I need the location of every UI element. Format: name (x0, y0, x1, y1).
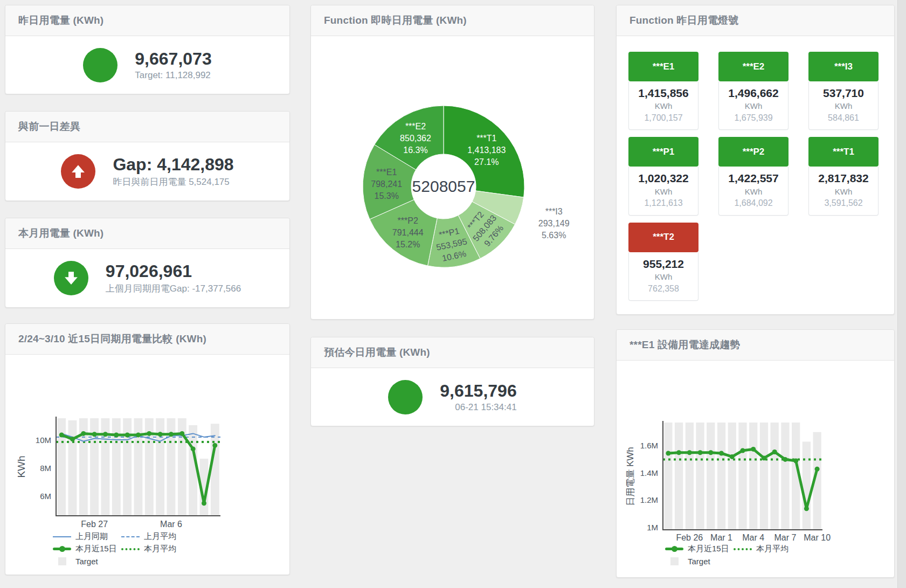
series-marker[interactable] (158, 432, 163, 437)
light-tile-E1[interactable]: ***E11,415,856KWh1,700,157 (628, 52, 698, 130)
legend-item-上月平均[interactable]: 上月平均 (121, 531, 176, 542)
tile-unit: KWh (630, 186, 697, 198)
target-bar[interactable] (749, 423, 757, 530)
series-marker[interactable] (125, 433, 130, 438)
series-marker[interactable] (698, 450, 703, 455)
series-marker[interactable] (741, 448, 745, 453)
scrollbar-track[interactable] (897, 0, 906, 588)
compare15-legend: 上月同期上月平均本月近15日本月平均Target (53, 530, 176, 568)
svg-text:15.3%: 15.3% (375, 191, 399, 200)
svg-text:798,241: 798,241 (371, 179, 402, 189)
series-marker[interactable] (687, 450, 692, 455)
series-marker[interactable] (793, 459, 798, 464)
legend-swatch-dash-blue-icon (121, 536, 140, 537)
series-marker[interactable] (136, 433, 141, 438)
series-marker[interactable] (719, 451, 724, 456)
y-tick-label: 1.4M (640, 468, 658, 478)
target-bar[interactable] (68, 420, 77, 516)
target-bar[interactable] (189, 425, 197, 516)
panel-title: 2/24~3/10 近15日同期用電量比較 (KWh) (18, 332, 206, 346)
legend-swatch-dot-green-icon (121, 548, 140, 550)
series-marker[interactable] (81, 431, 86, 436)
series-marker[interactable] (815, 467, 820, 472)
legend-swatch-square-gray-icon (670, 557, 679, 565)
series-marker[interactable] (202, 501, 206, 506)
series-marker[interactable] (730, 454, 735, 459)
svg-text:5.63%: 5.63% (542, 231, 566, 240)
series-marker[interactable] (804, 506, 809, 511)
series-marker[interactable] (169, 432, 174, 437)
series-marker[interactable] (676, 450, 681, 455)
light-tile-T2[interactable]: ***T2955,212KWh762,358 (628, 223, 698, 301)
arrow-down-circle-icon (54, 261, 88, 295)
legend-item-本月平均[interactable]: 本月平均 (734, 544, 789, 554)
panel-title: 本月用電量 (KWh) (18, 226, 103, 240)
stat-subtext: 昨日與前日用電量 5,524,175 (113, 176, 233, 188)
target-bar[interactable] (664, 423, 672, 530)
realtime-donut-chart[interactable]: ***T11,413,18327.1%***I3293,1495.63%***T… (311, 36, 594, 319)
series-marker[interactable] (772, 449, 777, 454)
legend-item-Target[interactable]: Target (665, 557, 710, 566)
x-tick-label: Feb 27 (81, 520, 108, 529)
target-bar[interactable] (738, 423, 746, 530)
target-bar[interactable] (728, 423, 736, 530)
target-bar[interactable] (696, 423, 704, 530)
target-bar[interactable] (717, 423, 725, 530)
series-marker[interactable] (708, 450, 713, 455)
legend-item-本月近15日[interactable]: 本月近15日 (665, 544, 734, 554)
legend-item-Target[interactable]: Target (53, 557, 98, 566)
target-bar[interactable] (771, 423, 779, 530)
target-bar[interactable] (211, 424, 219, 516)
y-axis-title: 日用電量 KWh (625, 447, 635, 506)
tile-status-header: ***T1 (808, 137, 879, 167)
tile-body: 537,710KWh584,861 (808, 81, 879, 130)
donut-center-total: 5208057 (412, 177, 475, 195)
svg-text:850,362: 850,362 (400, 134, 431, 143)
legend-label: Target (75, 557, 98, 566)
series-marker[interactable] (70, 437, 75, 441)
tile-target-value: 1,684,092 (720, 197, 787, 209)
panel-header: Function 即時日用電量 (KWh) (311, 5, 594, 36)
series-marker[interactable] (103, 432, 108, 437)
panel-header: ***E1 設備用電達成趨勢 (617, 330, 894, 361)
legend-item-上月同期[interactable]: 上月同期 (53, 531, 121, 542)
light-tile-P2[interactable]: ***P21,422,557KWh1,684,092 (718, 137, 789, 215)
series-marker[interactable] (114, 433, 119, 438)
series-marker[interactable] (212, 443, 217, 448)
series-marker[interactable] (179, 431, 184, 436)
series-marker[interactable] (92, 432, 97, 437)
tile-target-value: 1,700,157 (630, 112, 697, 124)
series-marker[interactable] (762, 455, 766, 460)
status-circle-green-icon (388, 380, 423, 414)
status-circle-green-icon (83, 48, 117, 82)
light-tile-E2[interactable]: ***E21,496,662KWh1,675,939 (718, 52, 789, 130)
light-tile-T1[interactable]: ***T12,817,832KWh3,591,562 (808, 137, 879, 215)
legend-label: Target (688, 557, 710, 566)
series-marker[interactable] (751, 447, 756, 452)
legend-item-本月近15日[interactable]: 本月近15日 (53, 544, 121, 554)
legend-label: 本月近15日 (75, 544, 117, 554)
target-bar[interactable] (686, 423, 694, 530)
tile-target-value: 3,591,562 (810, 197, 877, 209)
panel-header: Function 昨日用電燈號 (617, 5, 894, 36)
light-tile-I3[interactable]: ***I3537,710KWh584,861 (808, 52, 879, 130)
tile-unit: KWh (720, 100, 787, 112)
svg-text:***E2: ***E2 (405, 122, 426, 131)
panel-header: 預估今日用電量 (KWh) (311, 337, 594, 368)
series-marker[interactable] (783, 457, 787, 462)
series-marker[interactable] (147, 431, 151, 436)
y-axis-title: KWh (16, 455, 27, 478)
series-marker[interactable] (191, 446, 196, 451)
x-tick-label: Mar 1 (710, 533, 732, 542)
series-marker[interactable] (59, 433, 64, 438)
target-bar[interactable] (803, 442, 811, 530)
target-bar[interactable] (760, 423, 768, 530)
panel-realtime-donut: Function 即時日用電量 (KWh) ***T11,413,18327.1… (310, 5, 594, 320)
series-marker[interactable] (666, 451, 670, 456)
target-bar[interactable] (781, 423, 789, 530)
tile-status-header: ***P1 (628, 137, 698, 167)
target-bar[interactable] (675, 423, 683, 530)
target-bar[interactable] (707, 423, 715, 530)
light-tile-P1[interactable]: ***P11,020,322KWh1,121,613 (628, 137, 698, 215)
legend-item-本月平均[interactable]: 本月平均 (121, 544, 176, 554)
